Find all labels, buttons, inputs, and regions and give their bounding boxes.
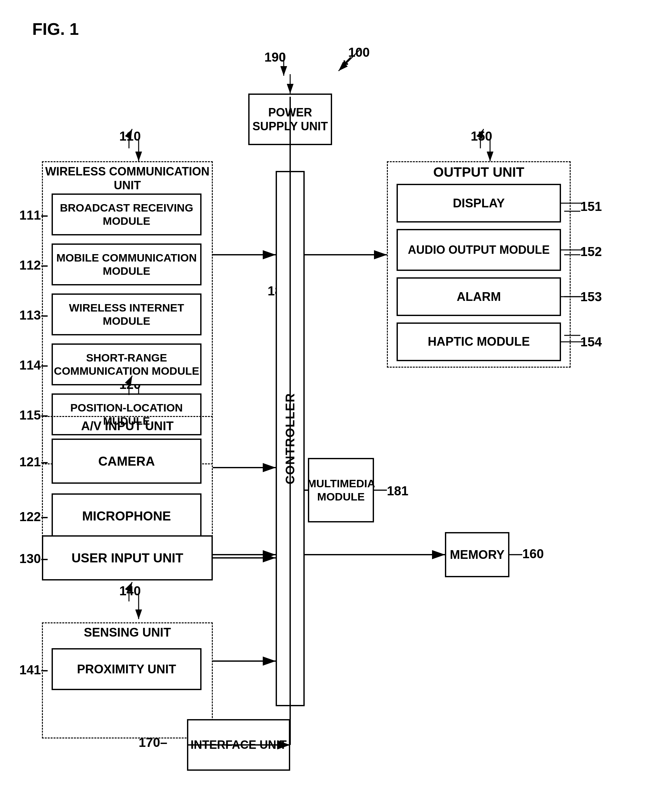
alarm-box: ALARM xyxy=(396,277,561,316)
ref-112: 112– xyxy=(19,258,48,273)
ref-154: 154 xyxy=(580,335,602,349)
camera-box: CAMERA xyxy=(52,438,201,484)
ref-121: 121– xyxy=(19,455,48,469)
power-supply-box: POWER SUPPLY UNIT xyxy=(248,93,332,145)
proximity-box: PROXIMITY UNIT xyxy=(52,648,201,690)
haptic-box: HAPTIC MODULE xyxy=(396,322,561,361)
ref-114: 114– xyxy=(19,358,48,372)
user-input-box: USER INPUT UNIT xyxy=(42,535,213,580)
diagram-container: FIG. 1 xyxy=(0,0,649,812)
interface-box: INTERFACE UNIT xyxy=(187,719,290,771)
brace-110 xyxy=(110,126,148,151)
wireless-comm-label: WIRELESS COMMUNICATIONUNIT xyxy=(42,165,213,192)
ref-160: 160 xyxy=(522,546,544,561)
brace-120 xyxy=(110,372,148,398)
controller-box: CONTROLLER xyxy=(276,171,305,706)
microphone-box: MICROPHONE xyxy=(52,493,201,539)
brace-100 xyxy=(329,45,367,84)
memory-box: MEMORY xyxy=(445,532,509,577)
display-box: DISPLAY xyxy=(396,184,561,223)
audio-output-box: AUDIO OUTPUT MODULE xyxy=(396,229,561,271)
av-input-label: A/V INPUT UNIT xyxy=(42,419,213,433)
ref-153: 153 xyxy=(580,290,602,304)
ref-141: 141– xyxy=(19,663,48,677)
ref-130: 130– xyxy=(19,551,48,566)
brace-190 xyxy=(264,50,303,89)
figure-label: FIG. 1 xyxy=(32,19,79,39)
ref-111: 111– xyxy=(19,208,48,223)
output-unit-label: OUTPUT UNIT xyxy=(387,165,571,180)
ref-151: 151 xyxy=(580,199,602,214)
brace-140 xyxy=(110,579,148,604)
ref-113: 113– xyxy=(19,308,48,322)
multimedia-box: MULTIMEDIA MODULE xyxy=(308,458,374,522)
broadcast-box: BROADCAST RECEIVINGMODULE xyxy=(52,194,201,235)
ref-152: 152 xyxy=(580,244,602,259)
wireless-internet-box: WIRELESS INTERNETMODULE xyxy=(52,293,201,335)
mobile-comm-box: MOBILE COMMUNICATIONMODULE xyxy=(52,243,201,285)
sensing-label: SENSING UNIT xyxy=(42,626,213,640)
ref-170: 170– xyxy=(139,735,167,750)
brace-150 xyxy=(461,126,500,151)
ref-122: 122– xyxy=(19,510,48,524)
ref-181: 181 xyxy=(387,484,408,498)
